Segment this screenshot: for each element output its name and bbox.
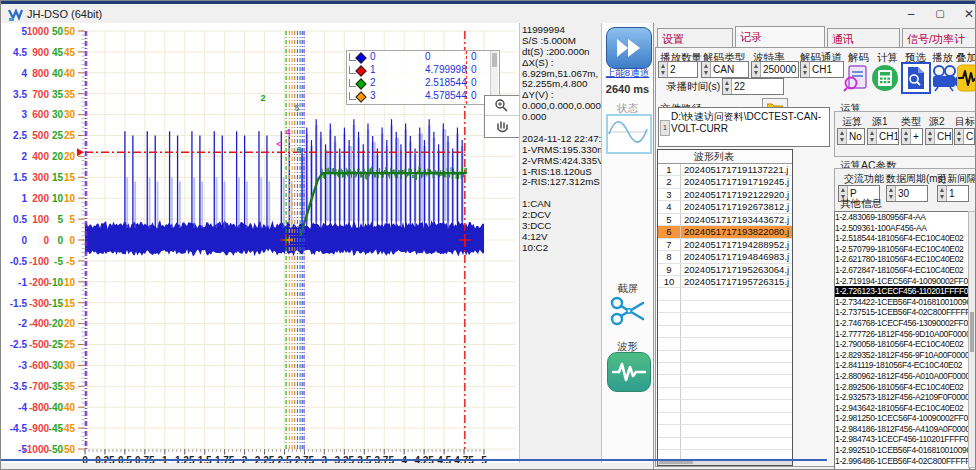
table-row[interactable] bbox=[658, 351, 792, 363]
fast-forward-button[interactable] bbox=[606, 27, 652, 69]
ops-type-select[interactable]: + bbox=[901, 128, 923, 145]
table-row[interactable] bbox=[658, 288, 792, 300]
frame-item[interactable]: 1-2.892506-181056F4-EC10C40E02 bbox=[835, 382, 969, 393]
waveform-table[interactable]: 波形列表12024051717191137221.j22024051717191… bbox=[657, 149, 793, 466]
frame-item[interactable]: 1-2.943642-181056F4-EC10C40E02 bbox=[835, 403, 969, 414]
table-row[interactable]: 92024051717195263064.j bbox=[658, 264, 792, 276]
table-row[interactable] bbox=[658, 388, 792, 400]
frame-item[interactable]: 1-2.518544-181056F4-EC10C40E02 bbox=[835, 233, 969, 244]
app-logo-icon bbox=[8, 7, 23, 22]
preview-icon[interactable] bbox=[901, 62, 931, 94]
frame-item[interactable]: 1-2.829352-1812F456-9F10A00F0000FD bbox=[835, 350, 969, 361]
table-row[interactable] bbox=[658, 313, 792, 325]
legend-row[interactable]: 34.5785440 bbox=[347, 90, 499, 103]
row-filename bbox=[681, 326, 684, 337]
svg-text:10: 10 bbox=[64, 193, 76, 204]
frame-item[interactable]: 1-2.777726-1812F456-9D10A00F0000FD bbox=[835, 329, 969, 340]
ac-interval-stepper[interactable]: 1 bbox=[937, 185, 969, 202]
table-row[interactable] bbox=[658, 425, 792, 437]
scissors-icon[interactable] bbox=[609, 293, 647, 329]
record-time-stepper[interactable]: 22 bbox=[722, 78, 784, 95]
table-row[interactable] bbox=[658, 363, 792, 375]
table-row[interactable]: 12024051717191137221.j bbox=[658, 164, 792, 176]
frame-item[interactable]: 1-2.726123-1CECF456-110201FFFF001100 bbox=[835, 286, 969, 297]
tab-设置[interactable]: 设置 bbox=[657, 28, 733, 47]
frame-item[interactable]: 1-2.996486-1CEB56F4-02C800FFFFFFFFFF bbox=[835, 456, 969, 467]
pan-hand-icon[interactable] bbox=[485, 116, 519, 135]
frame-item[interactable]: 1-2.984743-1CECF456-110201FFFF001100 bbox=[835, 434, 969, 445]
overlay-icon[interactable] bbox=[957, 63, 976, 93]
ops-source2-select[interactable]: CH2 bbox=[925, 128, 953, 145]
frame-item[interactable]: 1-2.932573-1812F456-A2109F0F0000FD bbox=[835, 392, 969, 403]
svg-text:-5: -5 bbox=[66, 256, 75, 267]
table-row[interactable] bbox=[658, 301, 792, 313]
ac-period-stepper[interactable]: 30 bbox=[886, 185, 928, 202]
table-row[interactable] bbox=[658, 413, 792, 425]
ops-select[interactable]: No bbox=[837, 128, 865, 145]
file-path-field[interactable]: 1 D:\快速访问资料\DCCTEST-CAN-VOLT-CURR bbox=[658, 107, 830, 147]
frame-item[interactable]: 1-2.981250-1CEC56F4-10090002FF001100 bbox=[835, 413, 969, 424]
table-row[interactable]: 62024051717193822080.j bbox=[658, 226, 792, 238]
frame-item[interactable]: 1-2.719194-1CEC56F4-10090002FF001100 bbox=[835, 276, 969, 287]
path-index-stepper[interactable]: 1 bbox=[660, 120, 670, 136]
calc-icon[interactable] bbox=[871, 63, 899, 93]
frame-item[interactable]: 1-2.880962-1812F456-A010A00F0000FD bbox=[835, 371, 969, 382]
waveform-button[interactable] bbox=[607, 352, 651, 392]
frame-item[interactable]: 1-2.737515-1CEB56F4-02C800FFFFFFFFFF bbox=[835, 307, 969, 318]
table-row[interactable]: 42024051717192673812.j bbox=[658, 201, 792, 213]
tab-记录[interactable]: 记录 bbox=[735, 26, 825, 47]
table-row[interactable]: 72024051717194288952.j bbox=[658, 239, 792, 251]
decode-icon[interactable] bbox=[842, 63, 870, 93]
channel-page-link[interactable]: 上能8通道 bbox=[602, 67, 653, 80]
frame-item[interactable]: 1-2.841119-181056F4-EC10C40E02 bbox=[835, 360, 969, 371]
tab-通讯[interactable]: 通讯 bbox=[827, 28, 900, 47]
tab-信号/功率计[interactable]: 信号/功率计 bbox=[902, 28, 976, 47]
decode-channel-select[interactable]: CH1 bbox=[800, 61, 844, 78]
ops-source1-select[interactable]: CH1 bbox=[867, 128, 899, 145]
zoom-in-icon[interactable] bbox=[485, 96, 519, 116]
frame-item[interactable]: 1-2.734422-1CEB56F4-016810010090A15A bbox=[835, 297, 969, 308]
frame-item[interactable]: 1-2.992510-1CEB56F4-016810010090A15A bbox=[835, 445, 969, 456]
row-filename bbox=[681, 288, 684, 299]
legend-row[interactable]: 000 bbox=[347, 51, 499, 64]
status-sine-icon[interactable] bbox=[606, 114, 652, 154]
frame-item[interactable]: 1-2.570799-181056F4-EC10C40E02 bbox=[835, 244, 969, 255]
table-row[interactable]: 32024051717192122920.j bbox=[658, 189, 792, 201]
svg-text:2: 2 bbox=[21, 151, 27, 162]
frame-list[interactable]: 1-2.483069-180956F4-AA1-2.509361-100AF45… bbox=[834, 211, 970, 470]
table-row[interactable]: 52024051717193443672.j bbox=[658, 214, 792, 226]
record-time-label: 录播时间(s) bbox=[666, 80, 720, 94]
close-icon[interactable]: ✕ bbox=[958, 6, 976, 22]
frame-item[interactable]: 1-2.746768-1CECF456-13090002FF001100 bbox=[835, 318, 969, 329]
frame-item[interactable]: 1-2.621780-181056F4-EC10C40E02 bbox=[835, 254, 969, 265]
cursor-legend[interactable]: 00014.799998022.518544034.5785440 bbox=[346, 50, 500, 105]
svg-text:3.5: 3.5 bbox=[13, 89, 27, 100]
maximize-icon[interactable]: ▢ bbox=[929, 6, 951, 22]
table-row[interactable]: 102024051717195726315.j bbox=[658, 276, 792, 288]
table-row[interactable] bbox=[658, 326, 792, 338]
svg-text:0: 0 bbox=[43, 235, 49, 246]
table-row[interactable]: 22024051717191719245.j bbox=[658, 176, 792, 188]
frame-item[interactable]: 1-2.483069-180956F4-AA bbox=[835, 212, 969, 223]
table-row[interactable] bbox=[658, 400, 792, 412]
table-row[interactable]: 82024051717194846983.j bbox=[658, 251, 792, 263]
oscilloscope-chart[interactable]: 54.543.532.521.510.50-0.5-1-1.5-2-2.5-3-… bbox=[1, 23, 519, 463]
ops-target-select[interactable]: CH2 bbox=[954, 128, 975, 145]
table-row[interactable] bbox=[658, 338, 792, 350]
baud-stepper[interactable]: 250000 bbox=[751, 61, 799, 78]
table-row[interactable] bbox=[658, 375, 792, 387]
frame-item[interactable]: 1-2.984186-1812F456-A4109A0F0000FD bbox=[835, 424, 969, 435]
decode-type-select[interactable]: CAN bbox=[701, 61, 749, 78]
frame-item[interactable]: 1-2.509361-100AF456-AA bbox=[835, 223, 969, 234]
frame-item[interactable]: 1-2.672847-181056F4-EC10C40E02 bbox=[835, 265, 969, 276]
legend-row[interactable]: 14.7999980 bbox=[347, 64, 499, 77]
frame-item[interactable]: 1-2.790058-181056F4-EC10C40E02 bbox=[835, 339, 969, 350]
frame-list-scrollbar[interactable] bbox=[968, 211, 976, 468]
playback-count-stepper[interactable]: 2 bbox=[658, 61, 698, 78]
legend-row[interactable]: 22.5185440 bbox=[347, 77, 499, 90]
svg-text:4: 4 bbox=[285, 127, 290, 137]
svg-text:800: 800 bbox=[32, 68, 49, 79]
play-icon[interactable] bbox=[930, 63, 958, 93]
table-row[interactable] bbox=[658, 438, 792, 450]
minimize-icon[interactable]: – bbox=[900, 6, 922, 22]
